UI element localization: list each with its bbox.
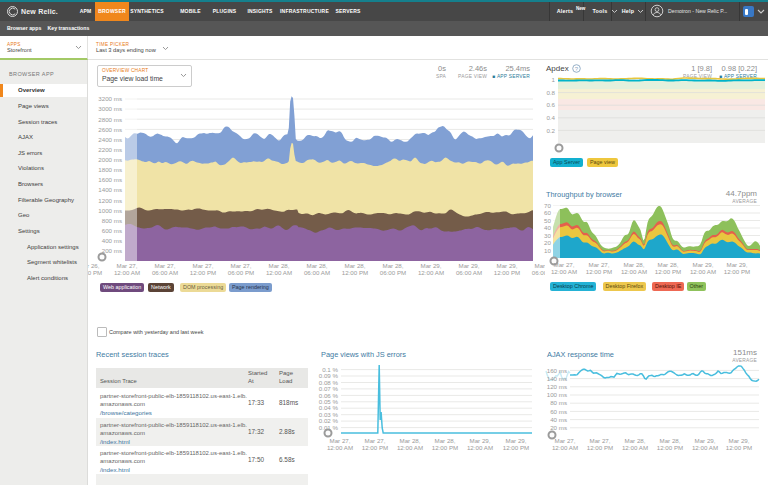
svg-text:40: 40 xyxy=(544,224,551,231)
svg-text:2400 ms: 2400 ms xyxy=(98,136,122,143)
svg-text:10: 10 xyxy=(544,247,551,254)
svg-text:40 ms: 40 ms xyxy=(550,416,567,423)
svg-text:3200 ms: 3200 ms xyxy=(98,95,122,102)
svg-text:3000 ms: 3000 ms xyxy=(98,105,122,112)
svg-text:?: ? xyxy=(575,66,579,72)
svg-text:60: 60 xyxy=(544,209,551,216)
svg-text:30: 30 xyxy=(544,232,551,239)
svg-text:100 ms: 100 ms xyxy=(547,391,567,398)
svg-text:2600 ms: 2600 ms xyxy=(98,126,122,133)
svg-text:200 ms: 200 ms xyxy=(102,247,122,254)
svg-text:120 ms: 120 ms xyxy=(547,383,567,390)
svg-text:60 ms: 60 ms xyxy=(550,408,567,415)
svg-text:800 ms: 800 ms xyxy=(102,217,122,224)
svg-text:20 ms: 20 ms xyxy=(550,424,567,431)
svg-text:0.2: 0.2 xyxy=(546,127,555,134)
svg-text:140 ms: 140 ms xyxy=(547,375,567,382)
svg-text:1000 ms: 1000 ms xyxy=(98,207,122,214)
svg-text:0.6: 0.6 xyxy=(546,101,555,108)
svg-text:400 ms: 400 ms xyxy=(102,237,122,244)
svg-text:1200 ms: 1200 ms xyxy=(98,197,122,204)
svg-text:1400 ms: 1400 ms xyxy=(98,186,122,193)
svg-text:0.4: 0.4 xyxy=(546,114,555,121)
svg-text:160 ms: 160 ms xyxy=(547,367,567,374)
svg-text:1: 1 xyxy=(552,76,556,83)
svg-text:1600 ms: 1600 ms xyxy=(98,176,122,183)
svg-text:2200 ms: 2200 ms xyxy=(98,146,122,153)
svg-text:600 ms: 600 ms xyxy=(102,227,122,234)
svg-text:50: 50 xyxy=(544,217,551,224)
svg-text:2800 ms: 2800 ms xyxy=(98,116,122,123)
svg-text:2000 ms: 2000 ms xyxy=(98,156,122,163)
svg-text:0.8: 0.8 xyxy=(546,89,555,96)
svg-text:80 ms: 80 ms xyxy=(550,399,567,406)
svg-text:1800 ms: 1800 ms xyxy=(98,166,122,173)
svg-text:20: 20 xyxy=(544,239,551,246)
svg-text:70: 70 xyxy=(544,202,551,209)
